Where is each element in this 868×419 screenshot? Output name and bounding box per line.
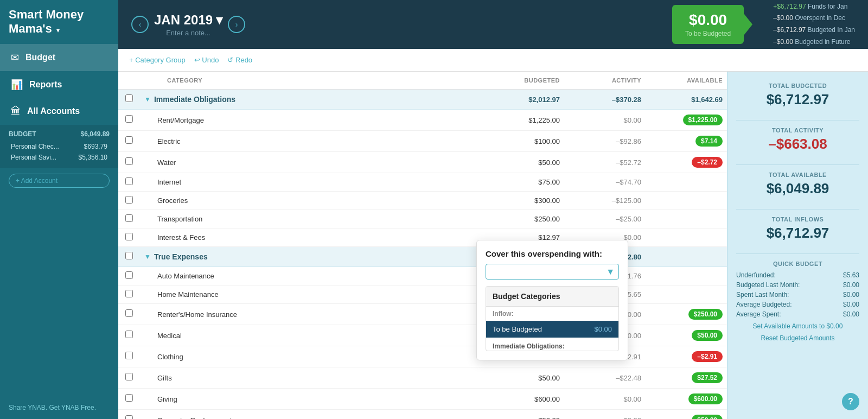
sidebar-item-label: All Accounts	[27, 106, 80, 116]
tbb-label: To be Budgeted	[685, 30, 731, 37]
qb-value: $0.00	[843, 281, 859, 289]
sidebar: Smart Money Mama's ▾ ✉ Budget 📊 Reports …	[0, 0, 118, 419]
help-button[interactable]: ?	[842, 393, 859, 410]
right-panel: TOTAL BUDGETED $6,712.97 TOTAL ACTIVITY …	[727, 72, 868, 419]
total-inflows-label: TOTAL INFLOWS	[736, 216, 859, 223]
summary-overspent: –$0.00 Overspent in Dec	[773, 12, 855, 24]
budgeted-future-label: Budgeted in Future	[795, 38, 850, 46]
month-note-input: Enter a note...	[154, 29, 222, 37]
budget-icon: ✉	[11, 52, 19, 64]
qb-budgeted-last-month[interactable]: Budgeted Last Month: $0.00	[736, 281, 859, 289]
budget-header-label: BUDGET	[9, 130, 36, 138]
undo-button[interactable]: ↩ Undo	[194, 56, 219, 64]
sidebar-item-reports[interactable]: 📊 Reports	[0, 71, 118, 98]
total-budgeted-label: TOTAL BUDGETED	[736, 82, 859, 89]
funds-label: Funds for Jan	[808, 3, 847, 10]
categories-panel: Budget Categories Inflow: To be Budgeted…	[486, 286, 619, 351]
total-activity-section: TOTAL ACTIVITY –$663.08	[736, 127, 859, 153]
account-balance: $693.79	[84, 143, 107, 150]
reset-budgeted-link[interactable]: Reset Budgeted Amounts	[736, 334, 859, 342]
total-activity-label: TOTAL ACTIVITY	[736, 127, 859, 134]
funds-amount: +$6,712.97	[773, 3, 806, 10]
qb-label: Budgeted Last Month:	[736, 281, 800, 289]
next-month-button[interactable]: ›	[228, 16, 245, 33]
set-available-link[interactable]: Set Available Amounts to $0.00	[736, 322, 859, 330]
cover-popup-title: Cover this overspending with:	[486, 249, 619, 258]
toolbar: + Category Group ↩ Undo ↺ Redo	[118, 49, 868, 72]
summary-budgeted-future: –$0.00 Budgeted in Future	[773, 36, 855, 48]
month-navigation: ‹ JAN 2019 ▾ Enter a note... ›	[131, 12, 672, 37]
qb-label: Spent Last Month:	[736, 291, 789, 299]
account-balance: $5,356.10	[79, 154, 107, 161]
total-inflows-section: TOTAL INFLOWS $6,712.97	[736, 216, 859, 242]
sidebar-item-label: Budget	[25, 53, 55, 62]
summary-budgeted-jan: –$6,712.97 Budgeted In Jan	[773, 24, 855, 36]
qb-avg-budgeted[interactable]: Average Budgeted: $0.00	[736, 301, 859, 308]
month-dropdown-icon: ▾	[216, 12, 222, 28]
tbb-option[interactable]: To be Budgeted $0.00	[486, 321, 618, 338]
qb-value: $0.00	[843, 291, 859, 299]
total-budgeted-value: $6,712.97	[736, 91, 859, 108]
sidebar-item-all-accounts[interactable]: 🏛 All Accounts	[0, 98, 118, 125]
account-name: Personal Savi...	[11, 154, 56, 161]
total-available-label: TOTAL AVAILABLE	[736, 172, 859, 178]
budget-accounts-section: BUDGET $6,049.89 Personal Chec... $693.7…	[0, 125, 118, 168]
qb-underfunded[interactable]: Underfunded: $5.63	[736, 271, 859, 279]
budget-header-amount: $6,049.89	[81, 130, 110, 138]
overspent-amount: –$0.00	[773, 14, 793, 22]
qb-label: Average Spent:	[736, 310, 781, 318]
account-item-checking[interactable]: Personal Chec... $693.79	[9, 141, 110, 152]
sidebar-item-label: Reports	[29, 80, 62, 90]
tbb-box[interactable]: $0.00 To be Budgeted	[672, 5, 744, 44]
overspent-label: Overspent in Dec	[795, 14, 845, 22]
quick-budget-label: QUICK BUDGET	[736, 261, 859, 267]
cover-dropdown-wrapper: ▼	[486, 264, 619, 280]
total-budgeted-section: TOTAL BUDGETED $6,712.97	[736, 82, 859, 108]
group-label: Immediate Obligations:	[486, 340, 618, 351]
budgeted-future-amount: –$0.00	[773, 38, 793, 46]
qb-value: $5.63	[843, 271, 859, 279]
total-available-section: TOTAL AVAILABLE $6,049.89	[736, 172, 859, 197]
redo-button[interactable]: ↺ Redo	[227, 56, 252, 64]
budget-area: CATEGORY BUDGETED ACTIVITY AVAILABLE ▼ I…	[118, 72, 868, 419]
month-year-text: JAN 2019	[154, 12, 213, 28]
qb-value: $0.00	[843, 310, 859, 318]
sidebar-header[interactable]: Smart Money Mama's ▾	[0, 0, 118, 44]
account-name: Personal Chec...	[11, 143, 59, 150]
sidebar-item-budget[interactable]: ✉ Budget	[0, 44, 118, 71]
cover-overspending-popup: Cover this overspending with: ▼ Budget C…	[476, 240, 628, 360]
section-divider	[486, 339, 618, 339]
main-content: ‹ JAN 2019 ▾ Enter a note... › $0.00 To …	[118, 0, 868, 419]
total-activity-value: –$663.08	[736, 136, 859, 153]
app-name: Smart Money Mama's	[9, 8, 84, 35]
sidebar-footer[interactable]: Share YNAB. Get YNAB Free.	[0, 396, 118, 419]
month-year[interactable]: JAN 2019 ▾	[154, 12, 222, 28]
budget-summary: +$6,712.97 Funds for Jan –$0.00 Overspen…	[773, 1, 855, 48]
budget-table: CATEGORY BUDGETED ACTIVITY AVAILABLE ▼ I…	[118, 72, 727, 419]
add-account-button[interactable]: + Add Account	[9, 174, 110, 188]
panel-divider	[736, 120, 859, 120]
top-header: ‹ JAN 2019 ▾ Enter a note... › $0.00 To …	[118, 0, 868, 49]
to-be-budgeted-section: $0.00 To be Budgeted +$6,712.97 Funds fo…	[672, 1, 855, 48]
panel-divider	[736, 164, 859, 165]
budgeted-jan-label: Budgeted In Jan	[808, 26, 855, 34]
month-display: JAN 2019 ▾ Enter a note...	[154, 12, 222, 37]
qb-avg-spent[interactable]: Average Spent: $0.00	[736, 310, 859, 318]
prev-month-button[interactable]: ‹	[131, 16, 149, 33]
accounts-icon: 🏛	[11, 106, 21, 117]
popup-overlay[interactable]: Cover this overspending with: ▼ Budget C…	[118, 72, 727, 419]
cover-category-dropdown[interactable]	[486, 264, 619, 280]
qb-spent-last-month[interactable]: Spent Last Month: $0.00	[736, 291, 859, 299]
panel-divider	[736, 209, 859, 210]
account-item-savings[interactable]: Personal Savi... $5,356.10	[9, 152, 110, 163]
summary-funds: +$6,712.97 Funds for Jan	[773, 1, 855, 13]
qb-label: Underfunded:	[736, 271, 776, 279]
tbb-amount: $0.00	[685, 11, 731, 29]
sidebar-nav: ✉ Budget 📊 Reports 🏛 All Accounts	[0, 44, 118, 125]
inflow-label: Inflow:	[486, 307, 618, 321]
qb-value: $0.00	[843, 301, 859, 308]
add-category-group-button[interactable]: + Category Group	[129, 56, 186, 64]
budgeted-jan-amount: –$6,712.97	[773, 26, 806, 34]
total-available-value: $6,049.89	[736, 180, 859, 197]
categories-panel-title: Budget Categories	[486, 287, 618, 307]
